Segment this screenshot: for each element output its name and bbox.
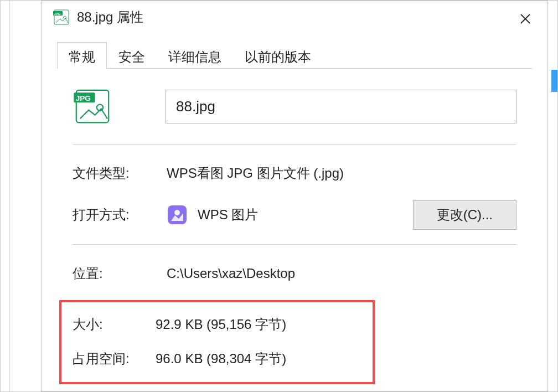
tabs: 常规 安全 详细信息 以前的版本 [57,42,532,69]
filetype-row: 文件类型: WPS看图 JPG 图片文件 (.jpg) [73,161,516,185]
tab-security[interactable]: 安全 [107,42,157,69]
tab-previous-versions[interactable]: 以前的版本 [233,42,323,69]
location-label: 位置: [73,265,167,282]
close-button[interactable] [514,9,536,29]
svg-text:JPG: JPG [54,12,61,16]
location-row: 位置: C:\Users\xaz\Desktop [73,261,516,286]
openwith-row: 打开方式: WPS 图片 更改(C)... [73,200,516,230]
app-icon [167,204,188,225]
size-highlight-box: 大小: 92.9 KB (95,156 字节) 占用空间: 96.0 KB (9… [59,300,375,384]
file-header: JPG [73,86,516,126]
tab-general[interactable]: 常规 [57,42,107,69]
content-area: JPG 文件类型: WPS看图 JPG 图片文件 (.jpg) 打开方式: W [42,69,547,384]
size-row: 大小: 92.9 KB (95,156 字节) [73,312,361,337]
tab-details[interactable]: 详细信息 [157,42,233,69]
filetype-value: WPS看图 JPG 图片文件 (.jpg) [167,164,516,182]
sizeondisk-value: 96.0 KB (98,304 字节) [156,350,361,368]
sizeondisk-row: 占用空间: 96.0 KB (98,304 字节) [73,347,361,371]
filetype-label: 文件类型: [73,164,167,182]
filename-input[interactable] [166,90,516,123]
file-type-icon: JPG [73,86,112,126]
svg-text:JPG: JPG [76,94,91,102]
sizeondisk-label: 占用空间: [73,350,156,368]
file-icon: JPG [53,8,70,26]
svg-point-11 [174,210,180,215]
separator [73,144,516,145]
properties-dialog: JPG 88.jpg 属性 常规 安全 详细信息 以前的版本 [41,1,548,391]
location-value: C:\Users\xaz\Desktop [167,266,516,281]
close-icon [520,13,531,24]
titlebar: JPG 88.jpg 属性 [42,1,547,33]
separator [73,244,516,245]
size-value: 92.9 KB (95,156 字节) [156,316,361,333]
window-title: 88.jpg 属性 [77,8,143,26]
openwith-value: WPS 图片 [198,206,258,224]
size-label: 大小: [73,316,156,333]
change-button[interactable]: 更改(C)... [413,200,516,230]
openwith-label: 打开方式: [73,206,167,224]
